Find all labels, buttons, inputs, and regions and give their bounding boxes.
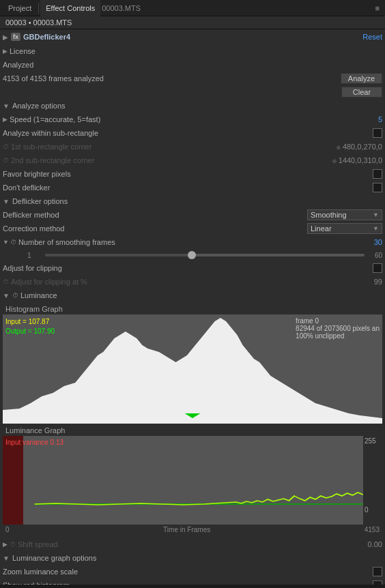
sub-rect-2-diamond-icon: ◈ <box>332 157 337 164</box>
lum-axis: 0 Time in Frames 4153 <box>3 525 382 535</box>
smoothing-slider[interactable] <box>45 254 365 256</box>
sub-rect-1-diamond-icon: ◈ <box>336 143 341 151</box>
sub-rect-2-label: 2nd sub-rectangle corner <box>11 156 332 164</box>
time-start-label: 0 <box>5 526 10 533</box>
clipping-pct-clock-icon: ⏱ <box>3 278 9 285</box>
red-zone <box>3 436 23 525</box>
histogram-graph-label: Histogram Graph <box>3 305 382 313</box>
tab-effect-controls[interactable]: Effect Controls <box>40 0 100 16</box>
shift-spread-clock-icon: ⏱ <box>10 541 16 548</box>
sub-rect-2-value: 1440,0,310,0 <box>339 156 382 164</box>
smoothing-frames-label: Number of smoothing frames <box>18 238 374 246</box>
tab-project[interactable]: Project <box>3 0 37 16</box>
correction-method-select[interactable]: Linear ▼ <box>307 223 382 234</box>
luminance-area[interactable]: Input variance 0.13 <box>3 436 363 525</box>
luminance-scale: 255 0 <box>363 436 382 525</box>
lum-0-label: 0 <box>365 506 369 514</box>
histogram-input-label: Input = 107.87 <box>5 317 55 327</box>
adjust-clipping-label: Adjust for clipping <box>3 264 373 272</box>
adjust-clipping-pct-row: ⏱ Adjust for clipping at % 99 <box>0 275 385 289</box>
analyze-button[interactable]: Analyze <box>341 73 382 84</box>
lum-255-label: 255 <box>365 437 376 445</box>
main-panel: ▶ fx GBDeflicker4 Reset ▶ License Analyz… <box>0 29 385 585</box>
slider-min-label: 1 <box>27 252 41 259</box>
analyze-sub-rect-checkbox[interactable] <box>373 128 382 138</box>
correction-method-dropdown-icon: ▼ <box>373 225 379 232</box>
luminance-label: Luminance <box>20 291 57 299</box>
histogram-area[interactable]: Input = 107.87 Output = 107.90 frame 0 8… <box>3 314 382 424</box>
frames-analyzed-row: 4153 of 4153 frames analyzed Analyze <box>0 72 385 85</box>
clear-button[interactable]: Clear <box>341 87 382 98</box>
zoom-lum-label: Zoom luminance scale <box>3 568 373 576</box>
analyze-options-header[interactable]: Analyze options <box>0 99 385 113</box>
frames-analyzed-label: 4153 of 4153 frames analyzed <box>3 74 341 83</box>
deflicker-method-label: Deflicker method <box>3 211 307 219</box>
histogram-frame-info: frame 0 82944 of 2073600 pixels an 100% … <box>296 317 380 340</box>
time-end-label: 4153 <box>365 526 380 533</box>
sub-rect-2-clock-icon: ⏱ <box>3 157 9 164</box>
speed-row: ▶ Speed (1=accurate, 5=fast) 5 <box>0 113 385 126</box>
tab-bar: Project Effect Controls 00003.MTS ≡ <box>0 0 385 16</box>
analyzed-row: Analyzed <box>0 58 385 72</box>
deflicker-options-arrow-icon <box>3 198 10 205</box>
license-label: License <box>10 47 382 55</box>
slider-thumb[interactable] <box>188 251 196 259</box>
favor-brighter-checkbox[interactable] <box>373 169 382 179</box>
show-red-label: Show red histogram <box>3 581 373 585</box>
shift-spread-arrow-icon[interactable]: ▶ <box>3 541 8 548</box>
lum-graph-options-label: Luminance graph options <box>12 554 97 562</box>
license-arrow-icon[interactable]: ▶ <box>3 48 8 55</box>
histogram-outer: Input = 107.87 Output = 107.90 frame 0 8… <box>3 314 382 424</box>
slider-max-label: 60 <box>369 252 382 259</box>
correction-method-row: Correction method Linear ▼ <box>0 222 385 235</box>
analyzed-label: Analyzed <box>3 61 382 69</box>
effect-name: GBDeflicker4 <box>23 33 362 41</box>
reset-button[interactable]: Reset <box>362 33 382 41</box>
deflicker-method-select[interactable]: Smoothing ▼ <box>307 209 382 220</box>
adjust-clipping-pct-value: 99 <box>374 278 382 286</box>
luminance-header[interactable]: ⏱ Luminance <box>0 289 385 302</box>
luminance-container: Luminance Graph Input variance 0.13 255 … <box>3 426 382 535</box>
speed-label: Speed (1=accurate, 5=fast) <box>10 115 378 123</box>
shift-spread-row: ▶ ⏱ Shift spread 0.00 <box>0 538 385 551</box>
license-row: ▶ License <box>0 44 385 58</box>
analyze-sub-rect-row: Analyze within sub-rectangle <box>0 126 385 140</box>
slider-fill <box>45 254 192 256</box>
unclipped-label: 100% unclipped <box>296 332 380 340</box>
sub-rect-1-row: ⏱ 1st sub-rectangle corner ◈ 480,0,270,0 <box>0 140 385 153</box>
favor-brighter-row: Favor brighter pixels <box>0 167 385 181</box>
variance-label: Input variance 0.13 <box>5 439 63 446</box>
zoom-lum-row: Zoom luminance scale <box>0 565 385 578</box>
correction-method-value: Linear <box>311 224 332 233</box>
expand-arrow-icon[interactable]: ▶ <box>3 33 8 41</box>
shift-spread-label: Shift spread <box>18 540 368 548</box>
dont-deflicker-checkbox[interactable] <box>373 183 382 192</box>
luminance-svg <box>3 436 363 525</box>
file-path-bar: 00003 • 00003.MTS <box>0 16 385 29</box>
file-path-text: 00003 • 00003.MTS <box>5 18 72 27</box>
lum-graph-options-arrow-icon <box>3 555 10 562</box>
dont-deflicker-row: Don't deflicker <box>0 181 385 194</box>
sub-rect-1-value: 480,0,270,0 <box>343 143 382 151</box>
histogram-container: Histogram Graph <box>3 305 382 424</box>
smoothing-frames-arrow-icon[interactable]: ▼ <box>3 239 9 246</box>
deflicker-method-value: Smoothing <box>311 211 347 219</box>
show-red-checkbox[interactable] <box>373 580 382 585</box>
analyze-options-arrow-icon <box>3 102 10 110</box>
adjust-clipping-checkbox[interactable] <box>373 263 382 273</box>
shift-spread-value: 0.00 <box>368 540 382 548</box>
luminance-clock-icon: ⏱ <box>12 292 18 299</box>
deflicker-options-header[interactable]: Deflicker options <box>0 194 385 208</box>
fx-header: ▶ fx GBDeflicker4 Reset <box>0 29 385 44</box>
deflicker-method-dropdown-icon: ▼ <box>373 211 379 218</box>
fx-badge: fx <box>11 33 20 41</box>
lum-graph-options-header[interactable]: Luminance graph options <box>0 551 385 565</box>
dont-deflicker-label: Don't deflicker <box>3 183 373 192</box>
luminance-graph-label: Luminance Graph <box>3 426 382 435</box>
tab-effect-controls-label: Effect Controls <box>46 4 95 12</box>
time-in-frames-label: Time in Frames <box>163 526 210 533</box>
speed-arrow-icon[interactable]: ▶ <box>3 116 8 123</box>
zoom-lum-checkbox[interactable] <box>373 567 382 576</box>
tab-menu-icon[interactable]: ≡ <box>375 4 382 12</box>
frame-label: frame 0 <box>296 317 380 325</box>
